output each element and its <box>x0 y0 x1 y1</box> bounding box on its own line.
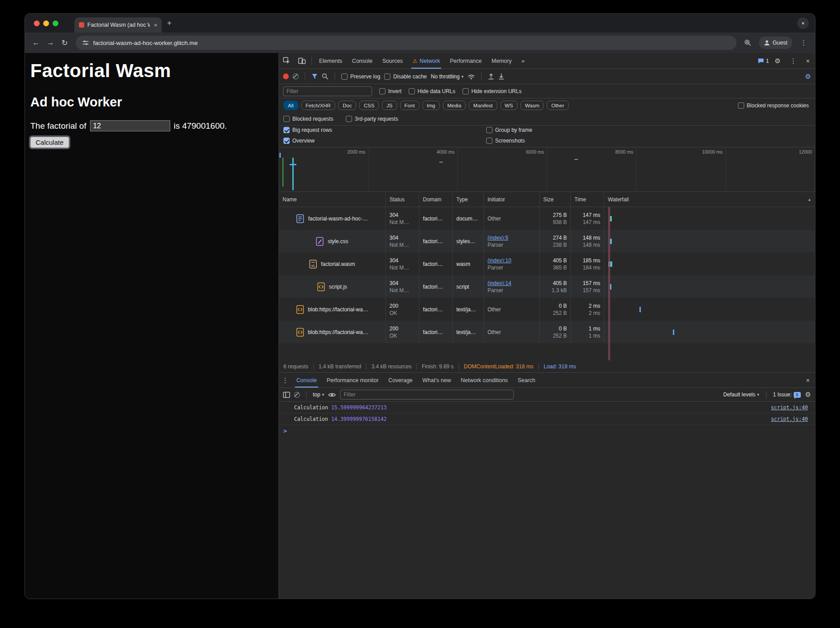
col-time[interactable]: Time <box>571 192 604 207</box>
tab-search-button[interactable]: ▾ <box>797 17 809 29</box>
network-filter-input[interactable] <box>283 86 372 96</box>
col-initiator[interactable]: Initiator <box>484 192 540 207</box>
drawer-tab-network-conditions[interactable]: Network conditions <box>456 373 513 387</box>
initiator-link[interactable]: (index):14 <box>488 280 536 287</box>
col-status[interactable]: Status <box>386 192 419 207</box>
chip-ws[interactable]: WS <box>500 101 518 110</box>
factorial-input[interactable] <box>90 120 170 131</box>
checkbox-box[interactable] <box>283 116 290 122</box>
console-message[interactable]: Calculation 15.599999964237213 script.js… <box>279 402 815 413</box>
filter-icon[interactable] <box>311 73 318 79</box>
network-settings-icon[interactable]: ⚙ <box>805 73 811 81</box>
chip-doc[interactable]: Doc <box>338 101 356 110</box>
tab-memory[interactable]: Memory <box>487 53 516 69</box>
chip-other[interactable]: Other <box>547 101 569 110</box>
checkbox-box[interactable] <box>346 116 352 122</box>
chip-wasm[interactable]: Wasm <box>520 101 544 110</box>
group-by-frame-checkbox[interactable]: Group by frame <box>486 127 811 133</box>
browser-menu-button[interactable]: ⋮ <box>797 39 811 47</box>
preserve-log-checkbox[interactable]: Preserve log <box>341 73 380 80</box>
forward-button[interactable]: → <box>44 36 57 49</box>
col-domain[interactable]: Domain <box>419 192 453 207</box>
more-tabs-button[interactable]: » <box>516 53 529 69</box>
reload-button[interactable]: ↻ <box>58 36 71 49</box>
chip-js[interactable]: JS <box>382 101 397 110</box>
console-filter-input[interactable] <box>340 390 514 400</box>
tab-console[interactable]: Console <box>347 53 377 69</box>
clear-network-log-icon[interactable] <box>293 73 299 79</box>
initiator-link[interactable]: (index):10 <box>488 257 536 264</box>
tab-close-icon[interactable]: × <box>153 22 158 29</box>
device-toolbar-icon[interactable] <box>294 53 309 69</box>
overview-checkbox[interactable]: Overview <box>283 138 486 144</box>
issues-counter[interactable]: 1 <box>758 57 769 64</box>
profile-badge[interactable]: Guest <box>759 37 792 49</box>
devtools-settings-icon[interactable]: ⚙ <box>774 57 780 65</box>
chip-media[interactable]: Media <box>443 101 466 110</box>
close-window-button[interactable] <box>34 20 40 26</box>
clear-console-icon[interactable] <box>294 392 300 398</box>
search-icon[interactable] <box>322 73 328 80</box>
tab-elements[interactable]: Elements <box>314 53 347 69</box>
blocked-requests-checkbox[interactable]: Blocked requests <box>283 116 333 122</box>
console-context-dropdown[interactable]: top ▾ <box>313 391 324 398</box>
browser-tab[interactable]: Factorial Wasm (ad hoc Worl × <box>74 17 162 33</box>
tab-performance[interactable]: Performance <box>445 53 487 69</box>
table-row[interactable]: WA factorial.wasm 304Not M… factori… was… <box>279 253 815 275</box>
checkbox-box[interactable] <box>486 138 492 144</box>
chip-all[interactable]: All <box>283 101 298 110</box>
checkbox-box[interactable] <box>283 127 290 133</box>
site-settings-icon[interactable] <box>82 39 89 46</box>
calculate-button[interactable]: Calculate <box>30 137 69 148</box>
minimize-window-button[interactable] <box>43 20 49 26</box>
devtools-close-icon[interactable]: × <box>806 57 810 65</box>
console-issues-counter[interactable]: 1 Issue: 1 <box>773 391 801 398</box>
tab-sources[interactable]: Sources <box>377 53 408 69</box>
checkbox-box[interactable] <box>738 102 744 109</box>
chip-manifest[interactable]: Manifest <box>469 101 497 110</box>
console-prompt[interactable]: > <box>279 425 815 436</box>
export-har-icon[interactable] <box>498 73 504 80</box>
console-settings-icon[interactable]: ⚙ <box>805 391 811 399</box>
log-levels-dropdown[interactable]: Default levels ▾ <box>723 391 759 398</box>
big-request-rows-checkbox[interactable]: Big request rows <box>283 127 486 133</box>
console-message[interactable]: Calculation 14.399999976158142 script.js… <box>279 413 815 425</box>
address-bar[interactable]: factorial-wasm-ad-hoc-worker.glitch.me <box>76 36 737 50</box>
third-party-requests-checkbox[interactable]: 3rd-party requests <box>346 116 398 122</box>
eye-icon[interactable] <box>328 392 336 398</box>
drawer-tab-whats-new[interactable]: What's new <box>418 373 456 387</box>
table-row[interactable]: blob:https://factorial-wa… 200OK factori… <box>279 298 815 321</box>
import-har-icon[interactable] <box>488 73 494 80</box>
throttling-dropdown[interactable]: No throttling ▾ <box>431 73 463 80</box>
chip-fetch-xhr[interactable]: Fetch/XHR <box>301 101 335 110</box>
table-row[interactable]: blob:https://factorial-wa… 200OK factori… <box>279 321 815 343</box>
drawer-tab-console[interactable]: Console <box>291 373 322 387</box>
checkbox-box[interactable] <box>384 73 390 80</box>
network-overview-timeline[interactable]: 2000 ms 4000 ms 6000 ms 8000 ms 10000 ms… <box>279 147 815 192</box>
inspect-element-icon[interactable] <box>279 53 294 69</box>
back-button[interactable]: ← <box>29 36 43 49</box>
initiator-link[interactable]: (index):5 <box>488 234 536 241</box>
drawer-menu-icon[interactable]: ⋮ <box>279 373 291 387</box>
hide-extension-urls-checkbox[interactable]: Hide extension URLs <box>463 88 522 94</box>
checkbox-box[interactable] <box>409 88 415 94</box>
disable-cache-checkbox[interactable]: Disable cache <box>384 73 426 80</box>
col-name[interactable]: Name <box>279 192 386 207</box>
checkbox-box[interactable] <box>463 88 469 94</box>
new-tab-button[interactable]: + <box>162 19 177 28</box>
table-row[interactable]: factorial-wasm-ad-hoc-… 304Not M… factor… <box>279 207 815 230</box>
hide-data-urls-checkbox[interactable]: Hide data URLs <box>409 88 455 94</box>
col-waterfall[interactable]: Waterfall ▲ <box>604 192 815 207</box>
blocked-response-cookies-checkbox[interactable]: Blocked response cookies <box>738 102 811 109</box>
checkbox-box[interactable] <box>379 88 385 94</box>
chip-font[interactable]: Font <box>400 101 419 110</box>
network-conditions-icon[interactable] <box>467 73 475 80</box>
drawer-tab-search[interactable]: Search <box>513 373 541 387</box>
timeline-handle[interactable] <box>279 153 281 158</box>
zoom-window-button[interactable] <box>53 20 58 26</box>
tab-network[interactable]: ⚠ Network <box>408 53 445 69</box>
invert-checkbox[interactable]: Invert <box>379 88 402 94</box>
chip-css[interactable]: CSS <box>359 101 379 110</box>
chip-img[interactable]: Img <box>422 101 440 110</box>
devtools-menu-icon[interactable]: ⋮ <box>787 57 800 65</box>
